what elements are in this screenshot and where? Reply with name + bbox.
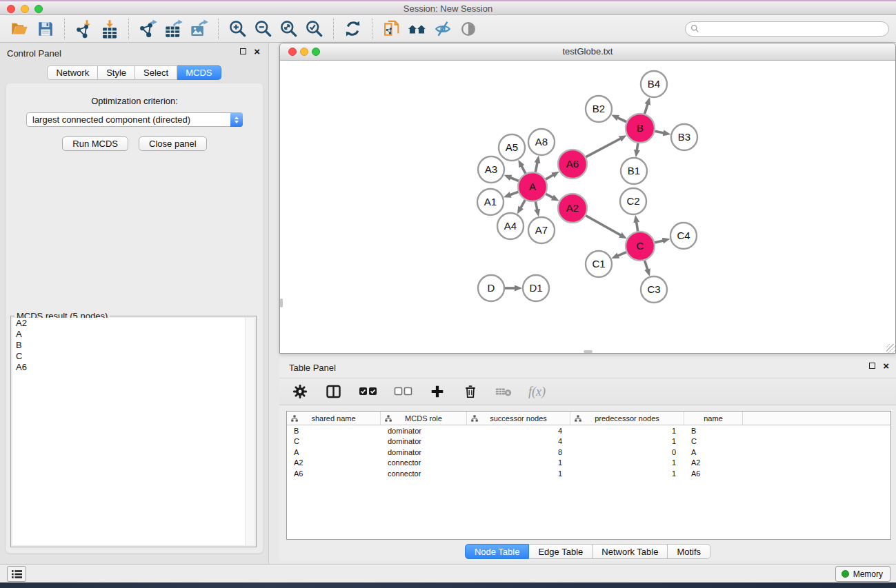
tab-motifs[interactable]: Motifs (668, 544, 710, 559)
column-header-name[interactable]: name (684, 412, 743, 425)
cell-shared-name[interactable]: C (287, 437, 381, 445)
graph-node-A6[interactable]: A6 (558, 150, 587, 179)
vertical-scroll-thumb[interactable] (280, 298, 283, 307)
cell-MCDS-role[interactable]: connector (381, 458, 467, 467)
cell-MCDS-role[interactable]: dominator (381, 427, 467, 435)
result-list-item[interactable]: B (12, 340, 255, 351)
column-header-predecessor-nodes[interactable]: predecessor nodes (570, 412, 684, 425)
export-image-button[interactable] (186, 17, 212, 41)
hide-selected-button[interactable] (430, 17, 455, 41)
cell-predecessor-nodes[interactable]: 1 (570, 458, 684, 467)
add-column-plus-button[interactable] (429, 382, 446, 401)
tab-edge-table[interactable]: Edge Table (529, 544, 593, 559)
result-list-scrollbar[interactable] (245, 318, 255, 545)
cell-successor-nodes[interactable]: 4 (467, 437, 570, 445)
open-folder-button[interactable] (7, 17, 32, 41)
graph-node-A1[interactable]: A1 (477, 189, 504, 215)
cell-shared-name[interactable]: A2 (287, 458, 381, 467)
cell-MCDS-role[interactable]: connector (381, 469, 467, 478)
delete-columns-trash-button[interactable] (462, 382, 479, 401)
column-header-shared-name[interactable]: shared name (287, 412, 381, 425)
graph-node-A3[interactable]: A3 (478, 156, 504, 183)
graph-node-C2[interactable]: C2 (620, 188, 646, 214)
cell-predecessor-nodes[interactable]: 1 (570, 469, 684, 478)
clone-network-button[interactable] (379, 17, 404, 41)
table-row[interactable]: Adominator80A (287, 447, 890, 458)
cell-shared-name[interactable]: A6 (287, 469, 381, 478)
tab-network-table[interactable]: Network Table (593, 544, 668, 559)
export-table-button[interactable] (161, 17, 186, 41)
mcds-result-list[interactable]: A2ABCA6 (12, 318, 255, 545)
network-window-titlebar[interactable]: testGlobe.txt (280, 43, 895, 61)
criterion-dropdown[interactable]: largest connected component (directed) (26, 112, 243, 127)
horizontal-scroll-thumb[interactable] (584, 350, 593, 353)
column-header-successor-nodes[interactable]: successor nodes (467, 412, 570, 425)
show-all-eye-button[interactable] (455, 17, 481, 41)
graph-node-A8[interactable]: A8 (528, 129, 555, 155)
graph-node-A7[interactable]: A7 (528, 217, 555, 243)
cell-shared-name[interactable]: A (287, 448, 381, 456)
cell-predecessor-nodes[interactable]: 1 (570, 427, 684, 435)
table-row[interactable]: A2connector11A2 (287, 458, 890, 469)
cell-successor-nodes[interactable]: 1 (467, 469, 570, 478)
cell-successor-nodes[interactable]: 4 (467, 427, 570, 435)
deselect-all-checkboxes-button[interactable] (394, 382, 412, 401)
graph-node-B3[interactable]: B3 (671, 124, 697, 150)
table-settings-gear-button[interactable] (292, 382, 308, 401)
function-builder-button[interactable]: f(x) (528, 382, 546, 401)
show-columns-button[interactable] (325, 382, 342, 401)
edge-A6-B[interactable] (584, 139, 621, 158)
search-field[interactable] (685, 21, 889, 37)
apply-layout-refresh-button[interactable] (340, 17, 366, 41)
result-list-item[interactable]: A2 (12, 318, 255, 329)
graph-node-A[interactable]: A (518, 172, 547, 201)
graph-node-D1[interactable]: D1 (523, 275, 549, 301)
graph-node-C[interactable]: C (626, 232, 655, 261)
zoom-fit-button[interactable] (276, 17, 301, 41)
graph-node-C3[interactable]: C3 (641, 276, 667, 303)
tab-select[interactable]: Select (135, 65, 177, 80)
graph-node-C1[interactable]: C1 (586, 251, 612, 277)
export-network-button[interactable] (135, 17, 161, 41)
result-list-item[interactable]: A (12, 329, 255, 340)
cell-shared-name[interactable]: B (287, 427, 381, 435)
graph-node-A2[interactable]: A2 (558, 194, 587, 223)
memory-button[interactable]: Memory (835, 566, 890, 582)
cell-predecessor-nodes[interactable]: 1 (570, 437, 684, 445)
resize-grip-icon[interactable] (886, 344, 895, 353)
show-panels-button[interactable] (7, 566, 26, 582)
delete-table-disabled-button[interactable] (495, 382, 512, 401)
float-panel-icon[interactable] (240, 48, 246, 54)
network-canvas[interactable]: B4 B2 B B3 A8 A5 A6 A3 B1 A C2 A1 A2 (280, 61, 895, 353)
graph-node-B2[interactable]: B2 (586, 96, 612, 122)
float-table-panel-icon[interactable] (869, 363, 875, 369)
cell-MCDS-role[interactable]: dominator (381, 437, 467, 445)
table-row[interactable]: Cdominator41C (287, 436, 890, 447)
tab-network[interactable]: Network (47, 65, 98, 80)
save-session-button[interactable] (32, 17, 58, 41)
cell-name[interactable]: A (684, 448, 743, 456)
result-list-item[interactable]: C (12, 351, 255, 362)
cell-name[interactable]: B (684, 427, 743, 435)
cell-MCDS-role[interactable]: dominator (381, 448, 467, 456)
edge-A2-C[interactable] (584, 214, 621, 235)
search-input[interactable] (703, 24, 884, 34)
graph-node-C4[interactable]: C4 (670, 223, 697, 249)
cell-successor-nodes[interactable]: 8 (467, 448, 570, 456)
select-all-checkboxes-button[interactable] (359, 382, 377, 401)
close-panel-button[interactable]: Close panel (139, 136, 207, 151)
first-neighbors-home-button[interactable] (404, 17, 430, 41)
column-header-MCDS-role[interactable]: MCDS role (381, 412, 467, 425)
tab-node-table[interactable]: Node Table (465, 544, 530, 559)
graph-node-A5[interactable]: A5 (499, 134, 525, 161)
graph-node-A4[interactable]: A4 (497, 213, 524, 239)
cell-name[interactable]: A2 (684, 458, 743, 467)
graph-node-D[interactable]: D (478, 275, 504, 301)
table-row[interactable]: A6connector11A6 (287, 468, 890, 479)
result-list-item[interactable]: A6 (12, 362, 255, 373)
close-table-panel-icon[interactable]: × (883, 363, 889, 369)
graph-node-B[interactable]: B (626, 114, 655, 143)
tab-mcds[interactable]: MCDS (177, 65, 221, 80)
cell-name[interactable]: A6 (684, 469, 743, 478)
cell-name[interactable]: C (684, 437, 743, 445)
